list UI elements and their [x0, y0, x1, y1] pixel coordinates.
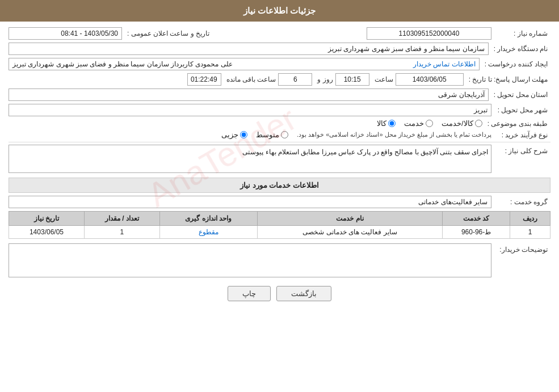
province-row: استان محل تحویل : آذربایجان شرقی [9, 88, 550, 101]
radio-jozi-input[interactable] [240, 131, 247, 138]
send-time-value: 10:15 [335, 73, 369, 86]
need-number-value: 1103095152000040 [367, 27, 491, 40]
province-label: استان محل تحویل : [491, 91, 550, 99]
purchase-type-note: پرداخت تمام یا بخشی از مبلغ خریداز محل «… [297, 131, 491, 138]
purchase-type-options: پرداخت تمام یا بخشی از مبلغ خریداز محل «… [221, 130, 491, 139]
col-name: نام خدمت [257, 212, 442, 226]
table-cell-unit: مقطوع [159, 226, 257, 239]
send-day-value: 6 [278, 73, 312, 86]
need-number-label: شماره نیاز : [494, 29, 550, 37]
radio-motavasset-label: متوسط [256, 130, 279, 139]
table-cell-code: ط-96-960 [443, 226, 510, 239]
table-cell-row: 1 [510, 226, 550, 239]
main-content: شماره نیاز : 1103095152000040 تاریخ و سا… [0, 22, 559, 313]
col-date: تاریخ نیاز [9, 212, 85, 226]
page-wrapper: جزئیات اطلاعات نیاز شماره نیاز : 1103095… [0, 0, 559, 392]
col-unit: واحد اندازه گیری [159, 212, 257, 226]
classification-row: طبقه بندی موضوعی : کالا/خدمت خدمت کالا [9, 119, 550, 128]
radio-kala[interactable]: کالا [377, 119, 396, 128]
table-cell-name: سایر فعالیت های خدماتی شخصی [257, 226, 442, 239]
page-header: جزئیات اطلاعات نیاز [0, 0, 559, 22]
separator1 [9, 142, 550, 142]
classification-options: کالا/خدمت خدمت کالا [377, 119, 482, 128]
creator-field: اطلاعات تماس خریدار علی محمودی کاربرداز … [9, 58, 480, 70]
table-cell-qty: 1 [84, 226, 159, 239]
purchase-type-label: نوع فرآیند خرید : [494, 131, 550, 139]
city-label: شهر محل تحویل : [494, 106, 550, 114]
creator-value: علی محمودی کاربرداز سازمان سیما منظر و ف… [12, 60, 233, 68]
buyer-notes-label: توضیحات خریدار: [494, 246, 550, 254]
buyer-notes-row: توضیحات خریدار: [9, 243, 550, 277]
col-row: ردیف [510, 212, 550, 226]
send-date-label: مهلت ارسال پاسخ: تا تاریخ : [466, 75, 550, 83]
purchase-type-row: نوع فرآیند خرید : پرداخت تمام یا بخشی از… [9, 130, 550, 139]
radio-kala-khedmat-input[interactable] [475, 120, 482, 127]
description-value: اجرای سقف بتنی آلاچیق با مصالح واقع در پ… [9, 145, 491, 173]
buyer-org-value: سازمان سیما منظر و فضای سبز شهری شهرداری… [9, 43, 489, 55]
button-row: بازگشت چاپ [9, 286, 550, 301]
announce-date-label: تاریخ و ساعت اعلان عمومی : [124, 29, 209, 37]
radio-kala-khedmat-label: کالا/خدمت [442, 119, 473, 128]
page-title: جزئیات اطلاعات نیاز [243, 6, 316, 15]
radio-khedmat-label: خدمت [404, 119, 424, 128]
send-remain-value: 01:22:49 [187, 73, 221, 86]
need-number-row: شماره نیاز : 1103095152000040 تاریخ و سا… [9, 27, 550, 40]
service-group-label: گروه خدمت : [494, 198, 550, 206]
table-header-row: ردیف کد خدمت نام خدمت واحد اندازه گیری ت… [9, 212, 550, 226]
back-button[interactable]: بازگشت [276, 286, 331, 301]
description-row: شرح کلی نیاز : اجرای سقف بتنی آلاچیق با … [9, 145, 550, 173]
buyer-notes-value [9, 243, 491, 277]
service-group-value: سایر فعالیت‌های خدماتی [9, 196, 491, 208]
buyer-org-row: نام دستگاه خریدار : سازمان سیما منظر و ف… [9, 43, 550, 55]
radio-kala-khedmat[interactable]: کالا/خدمت [442, 119, 482, 128]
services-table: ردیف کد خدمت نام خدمت واحد اندازه گیری ت… [9, 211, 550, 239]
radio-jozi[interactable]: جزیی [221, 130, 247, 139]
send-day-label: روز و [314, 75, 333, 83]
send-date-row: مهلت ارسال پاسخ: تا تاریخ : 1403/06/05 س… [9, 73, 550, 86]
city-row: شهر محل تحویل : تبریز [9, 104, 550, 116]
announce-date-value: 1403/05/30 - 08:41 [9, 27, 122, 40]
table-cell-date: 1403/06/05 [9, 226, 85, 239]
send-time-label: ساعت [372, 75, 393, 83]
radio-motavasset[interactable]: متوسط [256, 130, 288, 139]
table-row: 1ط-96-960سایر فعالیت های خدماتی شخصیمقطو… [9, 226, 550, 239]
contact-link[interactable]: اطلاعات تماس خریدار [413, 60, 476, 68]
col-code: کد خدمت [443, 212, 510, 226]
radio-kala-label: کالا [377, 119, 386, 128]
service-group-row: گروه خدمت : سایر فعالیت‌های خدماتی [9, 196, 550, 208]
radio-kala-input[interactable] [388, 120, 396, 127]
radio-motavasset-input[interactable] [281, 131, 288, 138]
radio-jozi-label: جزیی [221, 130, 238, 139]
col-qty: تعداد / مقدار [84, 212, 159, 226]
creator-label: ایجاد کننده درخواست : [482, 60, 550, 68]
classification-label: طبقه بندی موضوعی : [485, 120, 550, 128]
province-value: آذربایجان شرقی [9, 88, 489, 101]
radio-khedmat-input[interactable] [426, 120, 433, 127]
services-section-title: اطلاعات خدمات مورد نیاز [9, 178, 550, 193]
city-value: تبریز [9, 104, 491, 116]
print-button[interactable]: چاپ [228, 286, 271, 301]
send-date-value: 1403/06/05 [396, 73, 464, 86]
send-remain-label: ساعت باقی مانده [224, 75, 276, 83]
radio-khedmat[interactable]: خدمت [404, 119, 433, 128]
buyer-org-label: نام دستگاه خریدار : [491, 45, 550, 53]
creator-row: ایجاد کننده درخواست : اطلاعات تماس خریدا… [9, 58, 550, 70]
services-table-section: ردیف کد خدمت نام خدمت واحد اندازه گیری ت… [9, 211, 550, 239]
description-label: شرح کلی نیاز : [494, 147, 550, 155]
